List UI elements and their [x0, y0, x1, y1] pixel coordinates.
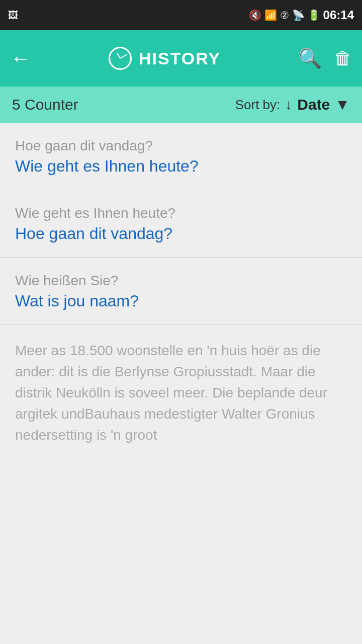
clock-minute-hand	[120, 54, 127, 59]
list-item[interactable]: Meer as 18.500 woonstelle en 'n huis hoë…	[0, 325, 362, 460]
app-bar: ← HISTORY 🔍 🗑	[0, 30, 362, 87]
signal-icon: 📡	[292, 9, 305, 21]
item-translation-text: Hoe gaan dit vandag?	[15, 224, 347, 243]
item-long-text: Meer as 18.500 woonstelle en 'n huis hoë…	[15, 340, 347, 446]
status-bar-left: 🖼	[8, 10, 18, 21]
sort-dropdown-arrow-icon[interactable]: ▼	[335, 96, 350, 113]
status-time: 06:14	[323, 8, 354, 22]
sort-direction-icon: ↓	[285, 97, 292, 113]
sort-area[interactable]: Sort by: ↓ Date ▼	[235, 96, 350, 113]
status-bar: 🖼 🔇 📶 ② 📡 🔋 06:14	[0, 0, 362, 30]
delete-button[interactable]: 🗑	[334, 48, 352, 69]
item-source-text: Hoe gaan dit vandag?	[15, 138, 347, 154]
search-button[interactable]: 🔍	[298, 47, 322, 69]
list-item[interactable]: Wie heißen Sie? Wat is jou naam?	[0, 258, 362, 325]
wifi-icon: 📶	[264, 9, 277, 21]
sort-by-label: Sort by:	[235, 97, 281, 113]
clock-icon	[109, 47, 132, 70]
list-item[interactable]: Hoe gaan dit vandag? Wie geht es Ihnen h…	[0, 123, 362, 190]
battery-icon: 🔋	[308, 9, 320, 21]
item-source-text: Wie heißen Sie?	[15, 273, 347, 289]
history-list: Hoe gaan dit vandag? Wie geht es Ihnen h…	[0, 123, 362, 460]
item-translation-text: Wie geht es Ihnen heute?	[15, 157, 347, 176]
app-bar-title: HISTORY	[139, 49, 221, 68]
app-bar-center: HISTORY	[31, 47, 298, 70]
app-bar-left: ←	[10, 46, 31, 70]
image-icon: 🖼	[8, 10, 18, 21]
badge-icon: ②	[280, 9, 289, 21]
list-item[interactable]: Wie geht es Ihnen heute? Hoe gaan dit va…	[0, 190, 362, 258]
item-translation-text: Wat is jou naam?	[15, 292, 347, 310]
back-button[interactable]: ←	[10, 46, 31, 70]
counter-label: 5 Counter	[12, 96, 78, 113]
app-bar-right: 🔍 🗑	[298, 47, 352, 69]
item-source-text: Wie geht es Ihnen heute?	[15, 205, 347, 221]
mute-icon: 🔇	[249, 9, 261, 21]
sub-bar: 5 Counter Sort by: ↓ Date ▼	[0, 87, 362, 123]
sort-field-label: Date	[297, 96, 330, 113]
status-bar-right: 🔇 📶 ② 📡 🔋 06:14	[249, 8, 354, 22]
